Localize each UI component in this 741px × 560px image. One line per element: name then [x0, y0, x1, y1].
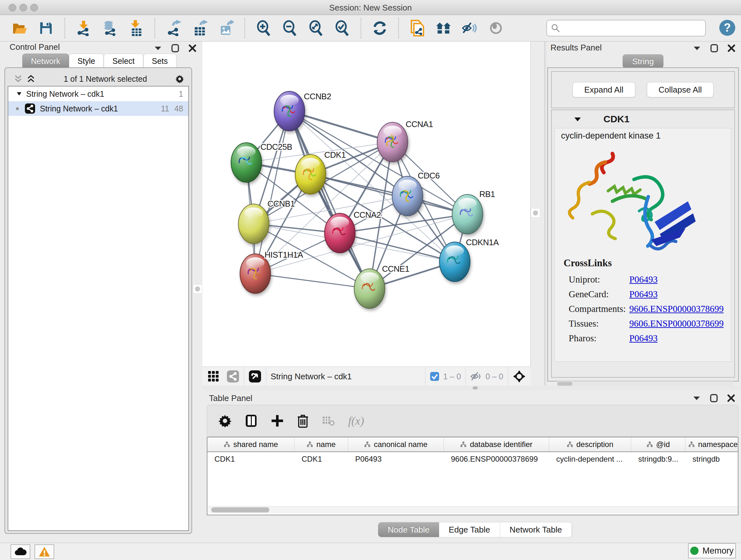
- detach-view-icon[interactable]: [249, 370, 261, 383]
- hidden-eye-icon[interactable]: [470, 371, 482, 381]
- memory-button[interactable]: Memory: [688, 543, 736, 558]
- warning-status-button[interactable]: [35, 544, 54, 559]
- network-node-cdc25b[interactable]: CDC25B: [231, 142, 292, 182]
- import-table-icon[interactable]: [128, 20, 144, 36]
- horizontal-splitter[interactable]: [202, 386, 741, 390]
- column-header-canonical-name[interactable]: canonical name: [348, 437, 444, 451]
- network-node-rb1[interactable]: RB1: [452, 189, 495, 234]
- network-edge[interactable]: [255, 111, 289, 273]
- expander-triangle-icon[interactable]: [17, 92, 22, 96]
- chevron-down-icon[interactable]: [692, 394, 701, 402]
- crosslink-link[interactable]: P06493: [629, 333, 658, 344]
- close-panel-icon[interactable]: [727, 394, 735, 402]
- table-cell[interactable]: CDK1: [294, 452, 348, 466]
- tab-style[interactable]: Style: [69, 54, 104, 68]
- zoom-fit-icon[interactable]: [308, 20, 324, 36]
- close-panel-icon[interactable]: [188, 44, 197, 52]
- network-row[interactable]: String Network – cdk1 11 48: [8, 101, 188, 116]
- network-view-icon[interactable]: [226, 370, 239, 383]
- table-cell[interactable]: stringdb: [685, 452, 738, 466]
- node-details-header[interactable]: CDK1: [552, 110, 734, 128]
- column-header-database-identifier[interactable]: database identifier: [444, 437, 549, 451]
- float-panel-icon[interactable]: [171, 44, 179, 52]
- table-horizontal-scrollbar[interactable]: [208, 506, 738, 513]
- tab-node-table[interactable]: Node Table: [378, 522, 439, 537]
- selected-checkbox-icon[interactable]: [430, 372, 440, 381]
- fit-content-crosshair-icon[interactable]: [513, 370, 526, 383]
- network-node-ccne1[interactable]: CCNE1: [354, 264, 409, 308]
- column-header-namespace[interactable]: namespace: [685, 437, 738, 451]
- network-node-ccnb1[interactable]: CCNB1: [239, 199, 295, 244]
- network-collection-row[interactable]: String Network – cdk1 1: [8, 86, 188, 101]
- birds-eye-view-icon[interactable]: [488, 20, 503, 36]
- cloud-status-button[interactable]: [10, 544, 30, 559]
- crosslink-link[interactable]: 9606.ENSP00000378699: [629, 304, 724, 314]
- network-edge[interactable]: [289, 111, 393, 142]
- zoom-selected-icon[interactable]: [334, 20, 350, 36]
- import-network-icon[interactable]: [76, 20, 91, 36]
- tab-string[interactable]: String: [623, 54, 664, 68]
- export-image-icon[interactable]: [218, 20, 233, 36]
- tab-network[interactable]: Network: [22, 54, 69, 68]
- crosslink-link[interactable]: P06493: [629, 274, 658, 285]
- delete-column-icon[interactable]: [297, 414, 309, 428]
- network-node-cdk1[interactable]: CDK1: [295, 150, 346, 194]
- column-header--id[interactable]: @id: [631, 437, 685, 451]
- open-session-icon[interactable]: [12, 20, 27, 36]
- column-header-description[interactable]: description: [549, 437, 631, 451]
- column-header-name[interactable]: name: [294, 437, 348, 451]
- table-cell[interactable]: CDK1: [207, 452, 294, 466]
- right-splitter-handle[interactable]: [531, 208, 540, 218]
- left-splitter-handle[interactable]: [193, 284, 202, 294]
- zoom-in-icon[interactable]: [256, 20, 271, 36]
- zoom-out-icon[interactable]: [282, 20, 297, 36]
- results-horizontal-scrollbar[interactable]: [557, 381, 733, 386]
- network-node-cdkn1a[interactable]: CDKN1A: [440, 238, 499, 282]
- crosslink-link[interactable]: 9606.ENSP00000378699: [629, 318, 724, 329]
- table-cell[interactable]: cyclin-dependent ...: [549, 452, 631, 466]
- tab-sets[interactable]: Sets: [143, 54, 177, 68]
- network-node-hist1h1a[interactable]: HIST1H1A: [240, 250, 303, 294]
- network-node-cdc6[interactable]: CDC6: [392, 171, 440, 216]
- network-node-ccnb2[interactable]: CCNB2: [274, 91, 331, 131]
- import-network-from-database-icon[interactable]: [102, 20, 118, 36]
- float-panel-icon[interactable]: [710, 44, 718, 52]
- gear-icon[interactable]: [176, 75, 184, 83]
- network-from-selection-icon[interactable]: [410, 20, 425, 36]
- add-column-icon[interactable]: [271, 415, 284, 427]
- section-collapse-triangle-icon[interactable]: [574, 117, 581, 122]
- table-row[interactable]: CDK1CDK1P064939606.ENSP00000378699cyclin…: [207, 452, 738, 466]
- network-node-ccna1[interactable]: CCNA1: [377, 119, 433, 162]
- close-panel-icon[interactable]: [727, 44, 736, 52]
- first-neighbors-icon[interactable]: [436, 20, 451, 36]
- table-cell[interactable]: stringdb:9...: [631, 452, 685, 466]
- export-table-icon[interactable]: [192, 20, 207, 36]
- search-input[interactable]: [560, 23, 701, 33]
- save-session-icon[interactable]: [38, 20, 54, 36]
- network-edge[interactable]: [255, 273, 369, 289]
- table-gear-icon[interactable]: [219, 415, 231, 427]
- crosslink-link[interactable]: P06493: [629, 289, 658, 300]
- help-button[interactable]: ?: [719, 20, 735, 36]
- table-cell[interactable]: P06493: [348, 452, 444, 466]
- export-network-icon[interactable]: [166, 20, 181, 36]
- grid-view-icon[interactable]: [207, 370, 219, 382]
- show-columns-icon[interactable]: [245, 414, 258, 428]
- network-edge[interactable]: [289, 111, 369, 289]
- network-canvas[interactable]: CCNB2CCNA1CDC25BCDK1CDC6RB1CCNB1CCNA2CDK…: [202, 42, 531, 367]
- tab-select[interactable]: Select: [104, 54, 143, 68]
- show-graphics-details-icon[interactable]: [462, 20, 477, 36]
- collapse-all-button[interactable]: Collapse All: [647, 82, 714, 98]
- chevron-down-icon[interactable]: [693, 44, 701, 52]
- table-cell[interactable]: 9606.ENSP00000378699: [444, 452, 549, 466]
- float-panel-icon[interactable]: [710, 394, 718, 402]
- splitter-handle[interactable]: [473, 386, 478, 389]
- expand-all-icon[interactable]: [27, 75, 35, 83]
- tab-edge-table[interactable]: Edge Table: [439, 522, 500, 537]
- chevron-down-icon[interactable]: [154, 44, 162, 52]
- collapse-all-icon[interactable]: [14, 75, 22, 83]
- tab-network-table[interactable]: Network Table: [500, 522, 572, 537]
- column-header-shared-name[interactable]: shared name: [207, 437, 294, 451]
- expand-all-button[interactable]: Expand All: [572, 82, 635, 98]
- apply-layout-icon[interactable]: [372, 20, 387, 36]
